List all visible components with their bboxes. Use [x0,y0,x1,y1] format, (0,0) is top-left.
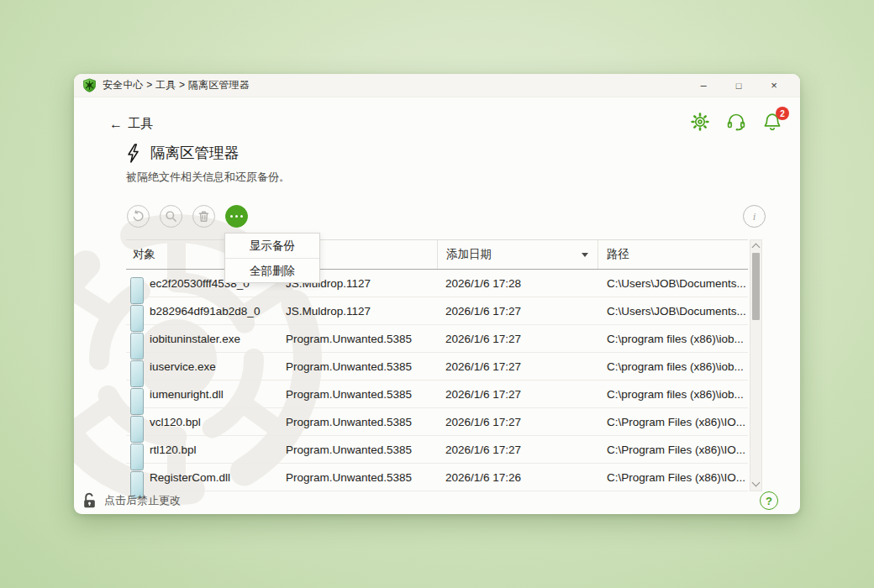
row-threat-name: Program.Unwanted.5385 [286,436,412,463]
row-object-name: iuservice.exe [150,353,216,380]
scroll-down-arrow-icon[interactable] [752,479,761,487]
row-object-name: b282964df91ab2d8_0 [150,297,260,324]
table-row[interactable]: iobituninstaler.exe Program.Unwanted.538… [126,325,748,353]
more-options-button[interactable] [225,205,248,228]
header-icons: 2 [689,111,783,133]
info-icon[interactable]: i [743,205,766,228]
sort-descending-icon[interactable] [582,253,588,257]
table-scrollbar[interactable] [750,239,762,491]
table-row[interactable]: RegisterCom.dll Program.Unwanted.5385 20… [126,464,748,491]
table-body: ec2f20530fff4538_0 JS.Muldrop.1127 2026/… [126,270,748,491]
row-date-added: 2026/1/6 17:27 [445,381,521,407]
row-file-path: C:\Users\JOB\Documents... [607,297,746,324]
column-header-path[interactable]: 路径 [607,240,629,269]
menu-item-delete-all[interactable]: 全部删除 [225,258,319,282]
page-subtitle: 被隔绝文件相关信息和还原备份。 [126,170,290,185]
restore-button[interactable] [127,205,150,228]
row-threat-name: Program.Unwanted.5385 [286,408,412,435]
row-file-path: C:\program files (x86)\iob... [607,381,744,407]
row-threat-name: Program.Unwanted.5385 [286,325,412,352]
quarantine-manager-window: 安全中心 > 工具 > 隔离区管理器 – □ × [74,74,800,514]
table-row[interactable]: ec2f20530fff4538_0 JS.Muldrop.1127 2026/… [126,270,748,297]
lightning-bolt-icon [126,144,140,163]
delete-trash-button[interactable] [192,205,215,228]
more-dot [235,215,239,218]
row-date-added: 2026/1/6 17:27 [445,408,521,435]
row-threat-name: Program.Unwanted.5385 [286,353,412,380]
breadcrumb: 安全中心 > 工具 > 隔离区管理器 [103,78,250,92]
close-button[interactable]: × [756,75,792,97]
titlebar: 安全中心 > 工具 > 隔离区管理器 – □ × [74,74,800,97]
quarantine-toolbar [127,205,248,228]
notifications-bell-icon[interactable]: 2 [761,111,783,133]
notification-count-badge: 2 [776,107,789,120]
row-object-name: rtl120.bpl [150,436,197,463]
table-row[interactable]: iumenuright.dll Program.Unwanted.5385 20… [126,381,748,408]
lock-label: 点击后禁止更改 [104,493,181,508]
row-object-name: vcl120.bpl [150,408,201,435]
maximize-button[interactable]: □ [721,75,756,97]
settings-gear-icon[interactable] [689,111,711,133]
more-options-context-menu: 显示备份 全部删除 [224,233,320,283]
more-dot [240,215,244,218]
row-date-added: 2026/1/6 17:27 [445,353,521,380]
back-arrow-icon: ← [109,118,123,131]
row-object-name: iobituninstaler.exe [150,325,240,352]
row-threat-name: Program.Unwanted.5385 [286,464,412,491]
column-header-date[interactable]: 添加日期 [437,240,598,269]
row-date-added: 2026/1/6 17:27 [445,325,521,352]
row-file-path: C:\program files (x86)\iob... [607,353,744,380]
table-header: 对象 添加日期 路径 [126,239,748,270]
page-title: 隔离区管理器 [150,143,239,163]
row-file-path: C:\Program Files (x86)\IO... [607,436,745,463]
rescan-search-button[interactable] [160,205,182,228]
page-title-row: 隔离区管理器 [126,143,239,163]
row-threat-name: JS.Muldrop.1127 [286,297,371,324]
back-to-tools-link[interactable]: ← 工具 [109,116,153,132]
footer: 点击后禁止更改 ? [74,491,800,514]
back-label: 工具 [128,116,153,132]
table-row[interactable]: iuservice.exe Program.Unwanted.5385 2026… [126,353,748,381]
scrollbar-thumb[interactable] [752,253,760,320]
lock-changes-control[interactable]: 点击后禁止更改 [82,492,181,508]
row-threat-name: Program.Unwanted.5385 [286,381,412,407]
table-row[interactable]: vcl120.bpl Program.Unwanted.5385 2026/1/… [126,408,748,436]
row-file-path: C:\Users\JOB\Documents... [607,270,746,297]
table-row[interactable]: b282964df91ab2d8_0 JS.Muldrop.1127 2026/… [126,297,748,325]
row-date-added: 2026/1/6 17:27 [445,297,521,324]
row-file-path: C:\Program Files (x86)\IO... [607,464,745,491]
minimize-button[interactable]: – [686,75,721,97]
drweb-logo-icon [82,78,97,92]
row-file-path: C:\program files (x86)\iob... [607,325,744,352]
row-date-added: 2026/1/6 17:27 [445,436,521,463]
row-date-added: 2026/1/6 17:26 [445,464,521,491]
quarantine-table: 对象 添加日期 路径 ec2f20530fff4538_0 JS.Muldrop… [126,239,748,491]
support-headset-icon[interactable] [725,111,747,133]
row-file-path: C:\Program Files (x86)\IO... [607,408,745,435]
menu-item-show-backups[interactable]: 显示备份 [225,234,319,258]
column-header-object[interactable]: 对象 [133,240,155,269]
window-controls: – □ × [686,75,792,97]
unlocked-padlock-icon [82,492,97,508]
help-icon[interactable]: ? [760,491,778,510]
more-dot [230,215,234,218]
scroll-up-arrow-icon[interactable] [752,244,761,252]
row-date-added: 2026/1/6 17:28 [445,270,521,297]
row-object-name: RegisterCom.dll [150,464,230,491]
row-object-name: iumenuright.dll [150,381,224,407]
table-row[interactable]: rtl120.bpl Program.Unwanted.5385 2026/1/… [126,436,748,464]
